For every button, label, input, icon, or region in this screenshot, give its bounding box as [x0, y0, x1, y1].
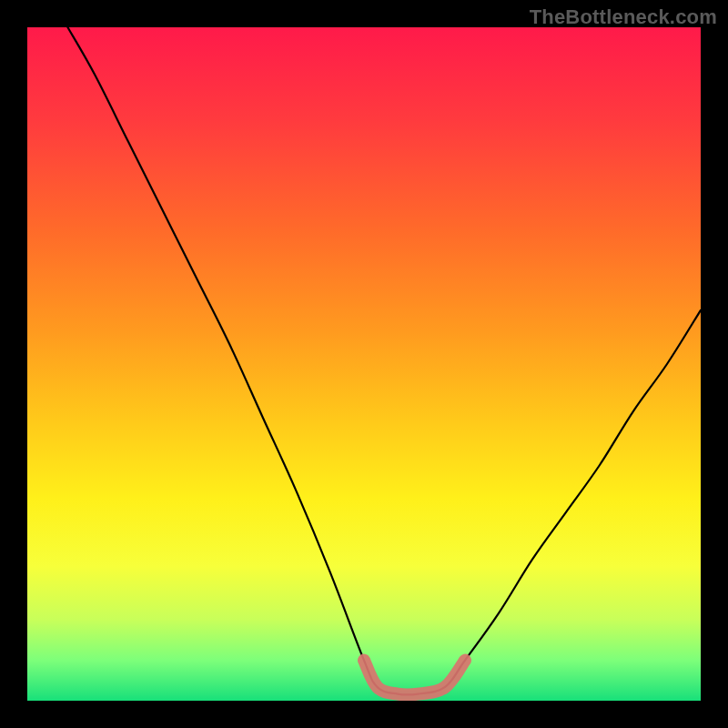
chart-frame: TheBottleneck.com: [0, 0, 728, 728]
gradient-background: [27, 27, 701, 701]
watermark-text: TheBottleneck.com: [530, 5, 717, 29]
bottleneck-chart: [27, 27, 701, 701]
plot-area: [27, 27, 701, 701]
